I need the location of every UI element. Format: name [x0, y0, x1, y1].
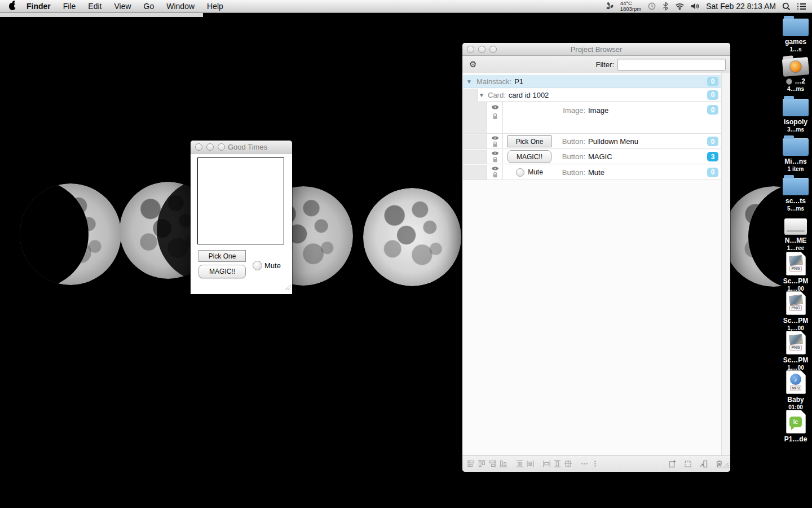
png-file-icon: PNG — [786, 291, 806, 315]
filter-label: Filter: — [596, 60, 615, 69]
time-machine-icon[interactable] — [647, 2, 656, 11]
script-badge: 0 — [707, 77, 718, 86]
fan-control-icon[interactable] — [605, 2, 614, 11]
gear-icon[interactable]: ⚙ — [469, 59, 476, 69]
removable-drive-icon — [784, 218, 807, 235]
desktop-icon-livecode-stack[interactable]: lc P1…de — [779, 410, 812, 443]
mp3-file-icon: ♪ MP3 — [786, 370, 806, 394]
import-stack-icon[interactable] — [699, 459, 708, 468]
mute-radio[interactable] — [253, 261, 262, 270]
distribute-horizontal-icon[interactable] — [515, 459, 524, 468]
tree-row-image[interactable]: Image: Image 0 — [463, 102, 721, 134]
close-button[interactable] — [195, 143, 202, 151]
image-control[interactable] — [197, 157, 284, 244]
livecode-file-icon: lc — [786, 410, 806, 433]
tree-row-pulldown-menu[interactable]: Pick One Button: Pulldown Menu 0 — [463, 134, 721, 149]
desktop-icon-scripts[interactable]: sc…ts 5…ms — [779, 174, 812, 212]
distribute-vertical-icon[interactable] — [526, 459, 535, 468]
tree-row-card[interactable]: ▼ Card: card id 1002 0 — [463, 89, 721, 102]
script-badge: 0 — [707, 168, 718, 177]
menu-go[interactable]: Go — [138, 0, 161, 12]
visibility-eye-icon[interactable] — [491, 105, 499, 110]
spotlight-icon[interactable] — [782, 2, 791, 11]
object-tree: ▼ Mainstack: P1 0 ▼ Card: card id 1002 0… — [462, 73, 730, 455]
minimize-button[interactable] — [206, 143, 214, 151]
tree-row-mainstack[interactable]: ▼ Mainstack: P1 0 — [463, 75, 721, 88]
magic-button[interactable]: MAGIC!! — [198, 265, 246, 278]
png-file-icon: PNG — [786, 331, 806, 354]
visibility-eye-icon[interactable] — [491, 167, 499, 170]
menu-window[interactable]: Window — [160, 0, 201, 12]
select-area-icon[interactable] — [683, 459, 692, 468]
custom-folder-icon — [782, 57, 810, 77]
delete-trash-icon[interactable] — [715, 459, 723, 468]
align-left-icon[interactable] — [467, 459, 475, 468]
more-options-icon[interactable] — [580, 459, 589, 468]
window-title: Good Times — [228, 143, 292, 151]
folder-icon — [783, 99, 809, 116]
menu-edit[interactable]: Edit — [82, 0, 108, 12]
menu-bar: Finder File Edit View Go Window Help 44°… — [0, 0, 812, 13]
filter-input[interactable] — [617, 59, 726, 71]
pick-one-button[interactable]: Pick One — [198, 250, 246, 262]
disclosure-icon[interactable]: ▼ — [466, 78, 473, 85]
desktop-icon-screenshot-1[interactable]: PNG Sc…PM 1,…00 — [779, 252, 812, 292]
zoom-button[interactable] — [489, 46, 497, 53]
minimize-button[interactable] — [478, 46, 486, 53]
desktop-icon-missions[interactable]: Mi…ns 1 item — [779, 134, 812, 172]
menu-file[interactable]: File — [57, 0, 82, 12]
png-file-icon: PNG — [786, 252, 806, 275]
script-badge: 0 — [707, 90, 718, 100]
desktop-icon-baby-mp3[interactable]: ♪ MP3 Baby 01:00 — [779, 370, 812, 410]
window-title: Project Browser — [462, 45, 730, 54]
tree-row-mute[interactable]: Mute Button: Mute 0 — [463, 165, 721, 180]
align-right-icon[interactable] — [488, 459, 497, 468]
align-top-icon[interactable] — [478, 459, 486, 468]
project-browser-titlebar[interactable]: Project Browser — [462, 43, 730, 56]
lock-icon[interactable] — [492, 172, 498, 178]
wifi-icon[interactable] — [675, 3, 685, 10]
mute-thumbnail: Mute — [516, 168, 543, 177]
good-times-titlebar[interactable]: Good Times — [191, 141, 292, 154]
desktop-icon-screenshot-3[interactable]: PNG Sc…PM 1,…00 — [779, 331, 812, 371]
desktop-icon-screenshot-2[interactable]: PNG Sc…PM 1,…00 — [779, 291, 812, 331]
volume-icon[interactable] — [691, 2, 700, 10]
music-note-icon: ♪ — [794, 376, 797, 383]
visibility-eye-icon[interactable] — [491, 136, 499, 140]
equal-width-icon[interactable] — [542, 459, 551, 468]
equal-height-icon[interactable] — [553, 459, 562, 468]
new-control-icon[interactable] — [668, 459, 677, 468]
fit-size-icon[interactable] — [564, 459, 572, 468]
menu-help[interactable]: Help — [201, 0, 230, 12]
zoom-button[interactable] — [218, 143, 225, 151]
script-badge: 3 — [707, 152, 718, 161]
good-times-window: Good Times Pick One MAGIC!! Mute — [191, 141, 292, 294]
visibility-eye-icon[interactable] — [491, 151, 499, 155]
folder-icon — [783, 178, 809, 195]
desktop-icon-burn-folder[interactable]: …2 4…ms — [779, 54, 812, 92]
overflow-menu-icon[interactable] — [591, 459, 599, 468]
menu-view[interactable]: View — [108, 0, 137, 12]
bluetooth-icon[interactable] — [663, 2, 669, 11]
pick-one-thumbnail: Pick One — [508, 135, 551, 147]
lock-icon[interactable] — [492, 113, 498, 120]
resize-grip[interactable] — [285, 283, 291, 293]
resize-grip[interactable] — [723, 461, 729, 471]
desktop-icon-games[interactable]: games 1…s — [779, 15, 812, 52]
desktop-icon-isopoly[interactable]: isopoly 3…ms — [779, 95, 812, 133]
disclosure-icon[interactable]: ▼ — [478, 92, 485, 98]
close-button[interactable] — [467, 46, 474, 53]
lock-icon[interactable] — [492, 156, 498, 163]
moon-full — [363, 188, 461, 286]
desktop-icon-noname-drive[interactable]: N…ME 1…ree — [779, 213, 812, 251]
scrollbar-track[interactable] — [721, 73, 730, 455]
fan-temp-readout[interactable]: 44°C 1803rpm — [620, 1, 642, 12]
lock-icon[interactable] — [492, 141, 498, 147]
notification-center-icon[interactable] — [797, 3, 806, 10]
menu-clock[interactable]: Sat Feb 22 8:13 AM — [706, 2, 776, 11]
apple-menu-icon[interactable] — [9, 3, 16, 10]
align-bottom-icon[interactable] — [499, 459, 508, 468]
tree-row-magic[interactable]: MAGIC!! Button: MAGIC 3 — [463, 150, 721, 164]
menu-finder[interactable]: Finder — [20, 0, 57, 12]
gray-tag-dot — [786, 78, 792, 85]
